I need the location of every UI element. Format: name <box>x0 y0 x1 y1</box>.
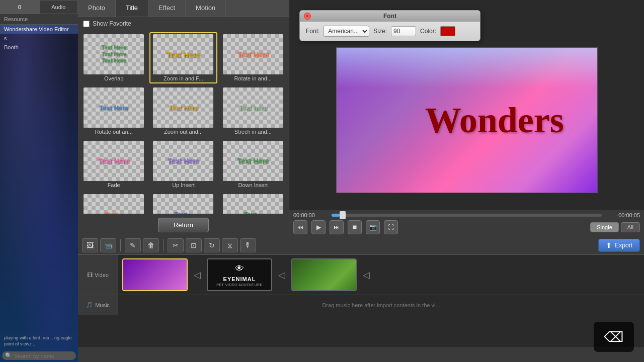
effect-up-insert-thumb: Text Here <box>153 141 213 181</box>
transition-2[interactable]: ◁ <box>274 267 289 283</box>
show-favorite-checkbox[interactable] <box>83 21 90 27</box>
video-track-row: 🎞 Video ◁ 👁 EYENIMAL <box>78 255 644 295</box>
music-drop-area[interactable]: Drag music here after import contents in… <box>118 302 644 308</box>
timeline-rotate-btn[interactable]: ↻ <box>204 238 220 252</box>
font-label: Font: <box>306 28 319 35</box>
music-track-label: 🎵 Music <box>78 295 118 315</box>
timeline-handle[interactable] <box>340 211 346 219</box>
left-tab-audio[interactable]: Audio <box>39 0 78 14</box>
dialog-close-button[interactable]: × <box>304 13 311 20</box>
delete-icon: ⌫ <box>604 329 624 345</box>
sidebar-list: Wondershare Video Editor s Booth <box>0 25 78 333</box>
effect-rotate-in[interactable]: Text Here Rotate in and... <box>219 32 287 83</box>
effect-rotate-out-label: Rotate out an... <box>95 129 133 135</box>
timecode-end: -00:00:05 <box>605 212 640 218</box>
dialog-title: Font <box>383 13 396 20</box>
sidebar-description: playing with a bird, rea... ng eagle poi… <box>0 333 78 349</box>
effect-rotate-out-thumb: Text Here <box>84 87 144 128</box>
timeline-photos-btn[interactable]: 🖼 <box>82 238 98 252</box>
snapshot-button[interactable]: 📷 <box>366 220 380 234</box>
sidebar-item-app[interactable]: Wondershare Video Editor <box>0 25 78 34</box>
sidebar-item-s[interactable]: s <box>0 34 78 43</box>
timeline-fx-btn[interactable]: ⧖ <box>222 238 238 252</box>
single-button[interactable]: Single <box>590 222 619 232</box>
next-button[interactable]: ⏭ <box>330 220 344 234</box>
effect-more2-thumb: Text... <box>153 194 213 214</box>
delete-overlay[interactable]: ⌫ <box>594 322 634 352</box>
effect-more3[interactable]: Text... ... <box>219 192 287 214</box>
effect-rotate-in-label: Rotate in and... <box>234 75 272 81</box>
effect-down-insert[interactable]: Text Here Down Insert <box>219 139 287 190</box>
panels-top: Photo Title Effect Motion Show Favorite <box>78 0 644 236</box>
tab-motion[interactable]: Motion <box>186 0 226 17</box>
timeline-crop-btn[interactable]: ⊡ <box>186 238 202 252</box>
nav-tabs: Photo Title Effect Motion <box>78 0 289 17</box>
right-area: × Font Font: American... Size: Color: <box>289 0 644 236</box>
timeline-bar-row: 00:00:00 -00:00:05 <box>293 212 640 218</box>
search-input[interactable] <box>14 353 73 359</box>
effect-stretch-label: Strech in and... <box>234 129 272 135</box>
prev-button[interactable]: ⏮ <box>293 220 307 234</box>
effect-stretch-thumb: Text here <box>223 87 283 128</box>
effect-more2[interactable]: Text... ... <box>149 192 217 214</box>
fullscreen-button[interactable]: ⛶ <box>384 220 398 234</box>
return-button[interactable]: Return <box>158 218 209 232</box>
resource-label: Resource <box>0 14 78 25</box>
effect-zoom-out[interactable]: Text Here Zoom out and... <box>149 85 217 137</box>
effect-overlap-thumb: Text HereText HereText Here <box>84 34 144 74</box>
separator-2 <box>163 239 164 251</box>
title-panel: Photo Title Effect Motion Show Favorite <box>78 0 289 236</box>
timeline-cut-btn[interactable]: ✂ <box>168 238 184 252</box>
bottom-area: 🖼 📹 ✎ 🗑 ✂ ⊡ ↻ ⧖ 🎙 ⬆ Export 🎞 Video <box>78 236 644 347</box>
video-clip-1[interactable] <box>122 258 188 291</box>
video-track-content[interactable]: ◁ 👁 EYENIMAL PET VIDEO ADVENTURE ◁ <box>118 255 644 295</box>
tab-effect[interactable]: Effect <box>148 0 186 17</box>
timeline-mic-btn[interactable]: 🎙 <box>240 238 256 252</box>
transition-1[interactable]: ◁ <box>190 267 205 283</box>
transition-3[interactable]: ◁ <box>359 267 374 283</box>
tab-photo[interactable]: Photo <box>78 0 116 17</box>
timeline-progress <box>332 214 340 217</box>
show-favorite-row: Show Favorite <box>78 17 289 30</box>
search-bar[interactable]: 🔍 <box>2 351 76 360</box>
eyenimal-logo: 👁 EYENIMAL PET VIDEO ADVENTURE <box>216 263 262 287</box>
all-button[interactable]: All <box>621 222 640 232</box>
effect-down-insert-thumb: Text Here <box>223 141 283 181</box>
effect-down-insert-label: Down Insert <box>238 182 268 188</box>
preview-area: × Font Font: American... Size: Color: <box>289 0 644 210</box>
effect-rotate-in-thumb: Text Here <box>223 34 283 74</box>
export-button[interactable]: ⬆ Export <box>598 239 640 252</box>
effect-fade[interactable]: Text Here Fade <box>80 139 147 190</box>
timeline-toolbar: 🖼 📹 ✎ 🗑 ✂ ⊡ ↻ ⧖ 🎙 ⬆ Export <box>78 236 644 255</box>
tab-title[interactable]: Title <box>116 0 148 17</box>
font-dialog-titlebar: × Font <box>300 11 480 22</box>
effect-up-insert[interactable]: Text Here Up Insert <box>149 139 217 190</box>
effect-stretch[interactable]: Text here Strech in and... <box>219 85 287 137</box>
left-tab-0[interactable]: 0 <box>0 0 39 14</box>
timeline-video-btn[interactable]: 📹 <box>100 238 116 252</box>
video-clip-3[interactable] <box>291 258 357 291</box>
effect-overlap[interactable]: Text HereText HereText Here Overlap <box>80 32 147 83</box>
timeline-delete-btn[interactable]: 🗑 <box>143 238 159 252</box>
timeline-track[interactable] <box>332 214 602 217</box>
timeline-edit-btn[interactable]: ✎ <box>125 238 141 252</box>
sidebar-item-booth[interactable]: Booth <box>0 43 78 52</box>
effect-more3-thumb: Text... <box>223 194 283 214</box>
playback-area: 00:00:00 -00:00:05 ⏮ ▶ ⏭ ⏹ 📷 ⛶ Single <box>289 210 644 236</box>
effect-rotate-out[interactable]: Text Here Rotate out an... <box>80 85 147 137</box>
font-dialog: × Font Font: American... Size: Color: <box>299 10 480 41</box>
color-swatch[interactable] <box>440 26 455 36</box>
effect-more1[interactable]: Text... ... <box>80 192 147 214</box>
effect-zoom-in[interactable]: Text Here Zoom in and F... <box>149 32 217 83</box>
video-track-icon: 🎞 <box>87 272 93 278</box>
export-icon: ⬆ <box>606 241 612 249</box>
size-input[interactable] <box>391 26 416 36</box>
stop-button[interactable]: ⏹ <box>348 220 362 234</box>
play-button[interactable]: ▶ <box>311 220 326 234</box>
effect-up-insert-label: Up Insert <box>172 182 195 188</box>
music-track-icon: 🎵 <box>86 302 93 308</box>
font-selector[interactable]: American... <box>324 26 369 37</box>
color-label: Color: <box>420 28 436 35</box>
video-clip-2[interactable]: 👁 EYENIMAL PET VIDEO ADVENTURE <box>207 258 272 291</box>
effect-zoom-in-label: Zoom in and F... <box>164 75 203 81</box>
